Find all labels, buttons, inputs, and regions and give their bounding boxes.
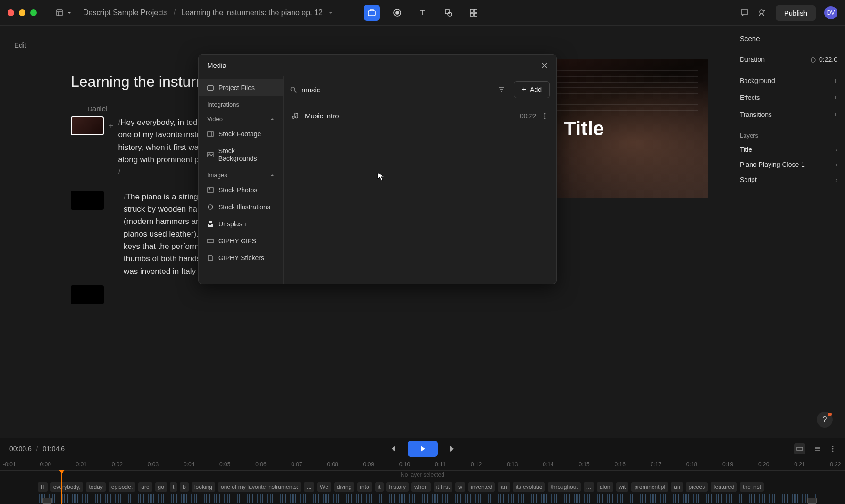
add-effect-button[interactable]: + <box>834 94 837 101</box>
word-segment[interactable]: an <box>671 482 683 492</box>
minimize-window-button[interactable] <box>19 9 25 16</box>
word-segment[interactable]: history <box>386 482 409 492</box>
word-segment[interactable]: its evolutio <box>513 482 545 492</box>
svg-point-23 <box>291 87 294 91</box>
sidebar-item-stock-backgrounds[interactable]: Stock Backgrounds <box>199 142 283 167</box>
share-button[interactable] <box>758 8 767 17</box>
word-segment[interactable]: throughout <box>548 482 580 492</box>
text-tool-button[interactable] <box>415 5 431 21</box>
sidebar-item-project-files[interactable]: Project Files <box>199 79 283 96</box>
layout-tool-button[interactable] <box>466 5 482 21</box>
ruler-tick: 0:16 <box>615 461 626 468</box>
scene-marker-end[interactable] <box>807 498 817 504</box>
sidebar-item-giphy-stickers[interactable]: GIPHY Stickers <box>199 249 283 266</box>
sidebar-item-giphy-gifs[interactable]: GIPHY GIFS <box>199 232 283 249</box>
word-segment[interactable]: the inst <box>740 482 764 492</box>
word-segment[interactable]: featured <box>711 482 737 492</box>
timeline-more-button[interactable] <box>830 443 836 454</box>
background-row[interactable]: Background + <box>740 72 837 89</box>
media-filter-button[interactable] <box>495 83 508 96</box>
ruler-tick: 0:06 <box>255 461 266 468</box>
word-segment[interactable]: today <box>86 482 105 492</box>
timeline-view-2-button[interactable] <box>812 443 823 454</box>
scene-thumbnail-2[interactable] <box>71 191 104 210</box>
word-segment[interactable]: one of my favorite instruments: <box>218 482 301 492</box>
breadcrumb-root[interactable]: Descript Sample Projects <box>83 8 168 17</box>
chevron-down-icon[interactable] <box>328 10 333 15</box>
word-segment[interactable]: everybody, <box>50 482 84 492</box>
word-segment[interactable]: invented <box>468 482 495 492</box>
sidebar-item-stock-photos[interactable]: Stock Photos <box>199 182 283 198</box>
maximize-window-button[interactable] <box>30 9 37 16</box>
word-segment[interactable]: ... <box>304 482 314 492</box>
word-segment[interactable]: pieces <box>686 482 708 492</box>
word-segment[interactable]: diving <box>334 482 354 492</box>
word-segment[interactable]: t <box>170 482 177 492</box>
breadcrumb-current[interactable]: Learning the insturments: the piano ep. … <box>181 8 323 17</box>
sidebar-section-images[interactable]: Images <box>199 167 283 182</box>
word-segment[interactable]: wit <box>616 482 629 492</box>
layer-row-script[interactable]: Script › <box>740 172 837 187</box>
word-segment[interactable]: are <box>138 482 152 492</box>
help-button[interactable]: ? <box>817 412 833 428</box>
ruler-tick: 0:13 <box>507 461 518 468</box>
word-segment[interactable]: looking <box>192 482 215 492</box>
ruler-tick: 0:18 <box>686 461 697 468</box>
scene-thumbnail-3[interactable] <box>71 285 104 304</box>
word-segment[interactable]: into <box>357 482 372 492</box>
sidebar-item-stock-illustrations[interactable]: Stock Illustrations <box>199 198 283 215</box>
timeline-tracks[interactable]: No layer selected Heverybody,todayepisod… <box>0 471 845 504</box>
add-scene-button[interactable]: + <box>109 121 114 131</box>
timeline-view-1-button[interactable] <box>794 443 805 454</box>
word-segment[interactable]: b <box>180 482 189 492</box>
edit-mode-label[interactable]: Edit <box>14 41 26 49</box>
effects-row[interactable]: Effects + <box>740 89 837 106</box>
word-segment[interactable]: alon <box>597 482 613 492</box>
waveform-track[interactable] <box>38 494 817 503</box>
add-background-button[interactable]: + <box>834 77 837 84</box>
word-segment[interactable]: ... <box>584 482 594 492</box>
word-segment[interactable]: H <box>38 482 48 492</box>
scene-marker-start[interactable] <box>42 498 52 504</box>
comments-button[interactable] <box>740 8 749 17</box>
word-segment[interactable]: go <box>155 482 167 492</box>
shapes-tool-button[interactable] <box>440 5 456 21</box>
media-content: + Add Music intro 00:22 <box>284 76 556 284</box>
word-segment[interactable]: it first <box>434 482 453 492</box>
word-segment[interactable]: when <box>411 482 431 492</box>
record-tool-button[interactable] <box>389 5 405 21</box>
sidebar-item-unsplash[interactable]: Unsplash <box>199 215 283 232</box>
media-result-row[interactable]: Music intro 00:22 <box>284 107 556 124</box>
word-track[interactable]: Heverybody,todayepisode,aregotblookingon… <box>38 482 817 492</box>
word-segment[interactable]: episode, <box>109 482 135 492</box>
script-column: Edit Learning the insturments: the piano… <box>0 26 460 438</box>
media-tool-button[interactable] <box>364 5 380 21</box>
result-more-button[interactable] <box>542 113 548 119</box>
media-add-button[interactable]: + Add <box>514 81 550 98</box>
word-segment[interactable]: We <box>317 482 331 492</box>
scene-thumbnail-1[interactable] <box>71 116 104 135</box>
word-segment[interactable]: w <box>455 482 465 492</box>
preview-title-overlay[interactable]: Title <box>564 117 604 140</box>
sidebar-item-stock-footage[interactable]: Stock Footage <box>199 125 283 142</box>
sidebar-section-video[interactable]: Video <box>199 111 283 125</box>
play-button[interactable] <box>408 441 438 457</box>
layer-row-piano[interactable]: Piano Playing Close-1 › <box>740 157 837 172</box>
media-search-input[interactable] <box>301 86 489 94</box>
timeline-ruler[interactable]: -0:010:000:010:020:030:040:050:060:070:0… <box>0 459 845 471</box>
user-avatar[interactable]: DV <box>824 6 837 19</box>
document-menu-button[interactable] <box>56 9 72 17</box>
step-back-button[interactable] <box>386 442 399 455</box>
word-segment[interactable]: it <box>375 482 384 492</box>
layer-row-title[interactable]: Title › <box>740 142 837 157</box>
word-segment[interactable]: prominent pl <box>631 482 668 492</box>
close-window-button[interactable] <box>8 9 14 16</box>
playhead[interactable] <box>61 471 62 504</box>
step-forward-button[interactable] <box>446 442 460 455</box>
media-panel-close-button[interactable] <box>541 62 548 69</box>
transitions-row[interactable]: Transitions + <box>740 106 837 123</box>
publish-button[interactable]: Publish <box>776 5 816 21</box>
add-transition-button[interactable]: + <box>834 111 837 118</box>
duration-value[interactable]: 0:22.0 <box>819 56 837 63</box>
word-segment[interactable]: an <box>498 482 510 492</box>
